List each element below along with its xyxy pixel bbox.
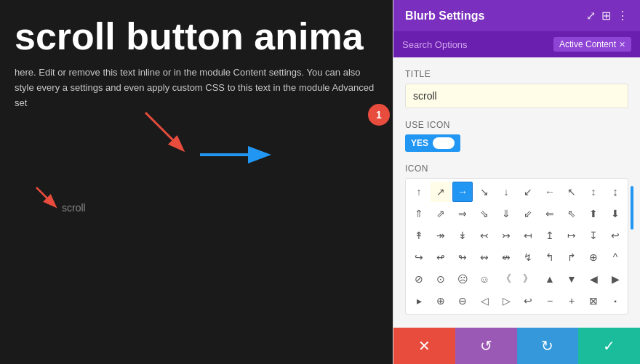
icon-cell-r4-9[interactable]: ⊕ xyxy=(583,247,604,267)
icon-cell-r5-6[interactable]: 》 xyxy=(518,269,538,289)
icon-cell-r4-2[interactable]: ↫ xyxy=(431,247,451,267)
icon-cell-r5-9[interactable]: ◀ xyxy=(583,269,604,289)
icon-cell-r2-5[interactable]: ⇓ xyxy=(496,203,516,224)
icon-cell-r2-6[interactable]: ⇙ xyxy=(518,203,538,224)
icon-cell-r4-3[interactable]: ↬ xyxy=(452,247,473,267)
icon-cell-down[interactable]: ↓ xyxy=(496,182,516,202)
subtitle-text: here. Edit or remove this text inline or… xyxy=(0,65,393,110)
left-panel: scroll button anima here. Edit or remove… xyxy=(0,0,393,364)
icon-cell-r5-3[interactable]: ☹ xyxy=(452,269,473,289)
icon-cell-r3-2[interactable]: ↠ xyxy=(431,225,451,246)
icon-cell-r4-8[interactable]: ↱ xyxy=(561,247,582,267)
icon-cell-r2-1[interactable]: ⇑ xyxy=(409,203,429,224)
icon-cell-r2-2[interactable]: ⇗ xyxy=(431,203,451,224)
icon-cell-updown[interactable]: ↕ xyxy=(583,182,604,202)
icon-cell-ne[interactable]: ↗ xyxy=(431,182,451,202)
badge-1: 1 xyxy=(368,104,390,126)
use-icon-toggle[interactable]: YES xyxy=(405,134,460,152)
scrollbar-indicator[interactable] xyxy=(631,186,633,230)
panel-header: Blurb Settings ⤢ ⊞ ⋮ xyxy=(393,0,640,31)
more-icon[interactable]: ⋮ xyxy=(617,9,628,23)
main-title: scroll button anima xyxy=(0,0,393,65)
icon-cell-r6-5[interactable]: ▷ xyxy=(496,291,516,311)
icon-cell-r6-8[interactable]: + xyxy=(561,291,582,311)
icon-cell-r4-1[interactable]: ↪ xyxy=(409,247,429,267)
icon-cell-r6-2[interactable]: ⊕ xyxy=(431,291,451,311)
svg-line-1 xyxy=(145,113,182,149)
icon-cell-r5-5[interactable]: 《 xyxy=(496,269,516,289)
icon-cell-r6-9[interactable]: ⊠ xyxy=(583,291,604,311)
icon-cell-r5-4[interactable]: ☺ xyxy=(474,269,495,289)
icon-cell-se[interactable]: ↘ xyxy=(474,182,495,202)
icon-cell-r2-10[interactable]: ⬇ xyxy=(605,203,625,224)
icon-cell-r2-3[interactable]: ⇒ xyxy=(452,203,473,224)
title-input[interactable] xyxy=(405,84,628,108)
icon-cell-r2-8[interactable]: ⇖ xyxy=(561,203,582,224)
panel-title: Blurb Settings xyxy=(405,9,484,23)
icon-label: Icon xyxy=(405,163,628,174)
icon-cell-r2-9[interactable]: ⬆ xyxy=(583,203,604,224)
expand-icon[interactable]: ⤢ xyxy=(586,9,596,23)
active-content-close-icon[interactable]: ✕ xyxy=(619,40,625,49)
icon-grid: ↑ ↗ → ↘ ↓ ↙ ← ↖ ↕ ↨ ⇑ ⇗ ⇒ ⇘ ⇓ ⇙ ⇐ ⇖ ⬆ xyxy=(405,178,628,315)
refresh-button[interactable]: ↻ xyxy=(517,328,579,364)
icon-cell-r2-7[interactable]: ⇐ xyxy=(540,203,560,224)
icon-cell-r6-7[interactable]: − xyxy=(540,291,560,311)
use-icon-label: Use Icon xyxy=(405,120,628,130)
search-options-label[interactable]: Search Options xyxy=(402,39,468,50)
icon-cell-r5-1[interactable]: ⊘ xyxy=(409,269,429,289)
icon-cell-r4-4[interactable]: ↭ xyxy=(474,247,495,267)
panel-header-icons: ⤢ ⊞ ⋮ xyxy=(586,9,628,23)
icon-cell-up[interactable]: ↑ xyxy=(409,182,429,202)
icon-cell-r3-1[interactable]: ↟ xyxy=(409,225,429,246)
columns-icon[interactable]: ⊞ xyxy=(601,9,611,23)
icon-cell-r5-10[interactable]: ▶ xyxy=(605,269,625,289)
active-content-label: Active Content xyxy=(559,39,616,49)
icon-cell-r4-6[interactable]: ↯ xyxy=(518,247,538,267)
icon-cell-r5-8[interactable]: ▼ xyxy=(561,269,582,289)
icon-cell-r3-6[interactable]: ↤ xyxy=(518,225,538,246)
cancel-button[interactable]: ✕ xyxy=(393,328,455,364)
icon-cell-r3-4[interactable]: ↢ xyxy=(474,225,495,246)
active-content-badge[interactable]: Active Content ✕ xyxy=(553,37,631,52)
icon-cell-r2-4[interactable]: ⇘ xyxy=(474,203,495,224)
red-arrow-2 xyxy=(33,184,62,216)
icon-cell-r6-4[interactable]: ◁ xyxy=(474,291,495,311)
icon-cell-r3-7[interactable]: ↥ xyxy=(540,225,560,246)
icon-cell-sw[interactable]: ↙ xyxy=(518,182,538,202)
icon-cell-left[interactable]: ← xyxy=(540,182,560,202)
right-panel: Blurb Settings ⤢ ⊞ ⋮ Search Options Acti… xyxy=(393,0,640,364)
use-icon-section: Use Icon YES xyxy=(405,120,628,152)
icon-cell-r3-8[interactable]: ↦ xyxy=(561,225,582,246)
icon-cell-r6-3[interactable]: ⊖ xyxy=(452,291,473,311)
icon-cell-vert[interactable]: ↨ xyxy=(605,182,625,202)
icon-cell-r3-10[interactable]: ↩ xyxy=(605,225,625,246)
toggle-yes-label: YES xyxy=(411,138,428,148)
icon-section: Icon ↑ ↗ → ↘ ↓ ↙ ← ↖ ↕ ↨ ⇑ ⇗ ⇒ ⇘ ⇓ ⇙ xyxy=(405,163,628,315)
panel-content: Title Use Icon YES Icon ↑ ↗ → ↘ ↓ ↙ ← ↖ xyxy=(393,57,640,328)
icon-cell-r6-6[interactable]: ↩ xyxy=(518,291,538,311)
svg-line-5 xyxy=(36,187,55,206)
toggle-switch[interactable] xyxy=(433,137,455,149)
icon-cell-r3-3[interactable]: ↡ xyxy=(452,225,473,246)
icon-cell-r5-2[interactable]: ⊙ xyxy=(431,269,451,289)
scroll-label: scroll xyxy=(62,202,86,214)
reset-button[interactable]: ↺ xyxy=(455,328,517,364)
icon-cell-r4-5[interactable]: ↮ xyxy=(496,247,516,267)
title-label: Title xyxy=(405,69,628,79)
icon-cell-r5-7[interactable]: ▲ xyxy=(540,269,560,289)
confirm-button[interactable]: ✓ xyxy=(578,328,640,364)
blue-arrow xyxy=(196,144,276,169)
bottom-toolbar: ✕ ↺ ↻ ✓ xyxy=(393,328,640,364)
icon-cell-r6-1[interactable]: ▸ xyxy=(409,291,429,311)
icon-cell-r6-10[interactable]: ▪ xyxy=(605,291,625,311)
icon-cell-r3-9[interactable]: ↧ xyxy=(583,225,604,246)
search-bar: Search Options Active Content ✕ xyxy=(393,31,640,57)
icon-cell-r4-7[interactable]: ↰ xyxy=(540,247,560,267)
icon-cell-r4-10[interactable]: ^ xyxy=(605,247,625,267)
icon-cell-nw[interactable]: ↖ xyxy=(561,182,582,202)
icon-cell-right[interactable]: → xyxy=(452,182,473,202)
icon-cell-r3-5[interactable]: ↣ xyxy=(496,225,516,246)
red-arrow-1 xyxy=(138,105,196,166)
